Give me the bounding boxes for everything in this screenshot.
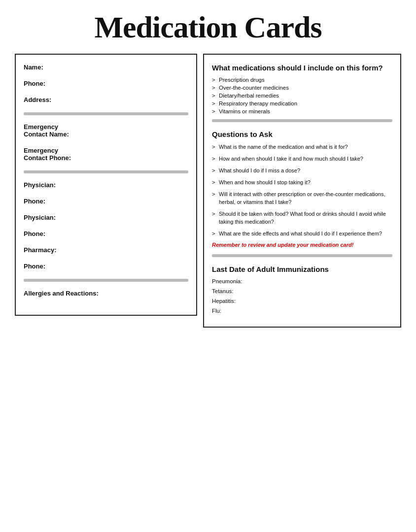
physician-2-label: Physician: (24, 214, 188, 221)
immunizations-section-title: Last Date of Adult Immunizations (212, 265, 392, 273)
flu-label: Flu: (212, 308, 392, 314)
list-item: What should I do if I miss a dose? (212, 167, 392, 175)
list-item: Over-the-counter medicines (212, 85, 392, 91)
hepatitis-label: Hepatitis: (212, 298, 392, 304)
pharmacy-label: Pharmacy: (24, 246, 188, 254)
physician-phone-2-field: Phone: (24, 230, 188, 237)
pharmacy-field: Pharmacy: (24, 246, 188, 254)
list-item: Dietary/herbal remedies (212, 93, 392, 99)
reminder-text: Remember to review and update your medic… (212, 241, 392, 249)
list-item: Should it be taken with food? What food … (212, 210, 392, 226)
emergency-contact-name-label: Emergency Contact Name: (24, 123, 188, 138)
list-item: How and when should I take it and how mu… (212, 155, 392, 163)
questions-list: What is the name of the medication and w… (212, 143, 392, 237)
medications-section-title: What medications should I include on thi… (212, 64, 392, 72)
list-item: Vitamins or minerals (212, 108, 392, 114)
physician-1-label: Physician: (24, 181, 188, 189)
emergency-contact-name-field: Emergency Contact Name: (24, 123, 188, 138)
name-field: Name: (24, 64, 188, 71)
list-item: When and how should I stop taking it? (212, 179, 392, 187)
list-item: Prescription drugs (212, 77, 392, 83)
physician-1-field: Physician: (24, 181, 188, 189)
pneumonia-label: Pneumonia: (212, 278, 392, 284)
list-item: Will it interact with other prescription… (212, 191, 392, 206)
divider-3 (24, 279, 188, 282)
physician-2-field: Physician: (24, 214, 188, 221)
divider-4 (212, 119, 392, 122)
divider-1 (24, 112, 188, 115)
left-card: Name: Phone: Address: Emergency Contact … (15, 54, 197, 316)
page-title: Medication Cards (15, 10, 401, 45)
divider-5 (212, 254, 392, 257)
name-label: Name: (24, 64, 188, 71)
tetanus-label: Tetanus: (212, 288, 392, 294)
address-field: Address: (24, 96, 188, 103)
list-item: Respiratory therapy medication (212, 100, 392, 106)
emergency-contact-phone-field: Emergency Contact Phone: (24, 147, 188, 162)
right-card: What medications should I include on thi… (203, 54, 401, 328)
phone-field: Phone: (24, 80, 188, 87)
address-label: Address: (24, 96, 188, 103)
emergency-contact-phone-label: Emergency Contact Phone: (24, 147, 188, 162)
divider-2 (24, 170, 188, 173)
list-item: What is the name of the medication and w… (212, 143, 392, 151)
allergies-label: Allergies and Reactions: (24, 290, 188, 297)
physician-phone-2-label: Phone: (24, 230, 188, 237)
pharmacy-phone-field: Phone: (24, 263, 188, 270)
questions-section-title: Questions to Ask (212, 130, 392, 138)
list-item: What are the side effects and what shoul… (212, 230, 392, 238)
cards-row: Name: Phone: Address: Emergency Contact … (15, 54, 401, 328)
medications-list: Prescription drugs Over-the-counter medi… (212, 77, 392, 114)
physician-phone-1-field: Phone: (24, 198, 188, 205)
allergies-field: Allergies and Reactions: (24, 290, 188, 297)
pharmacy-phone-label: Phone: (24, 263, 188, 270)
physician-phone-1-label: Phone: (24, 198, 188, 205)
phone-label: Phone: (24, 80, 188, 87)
